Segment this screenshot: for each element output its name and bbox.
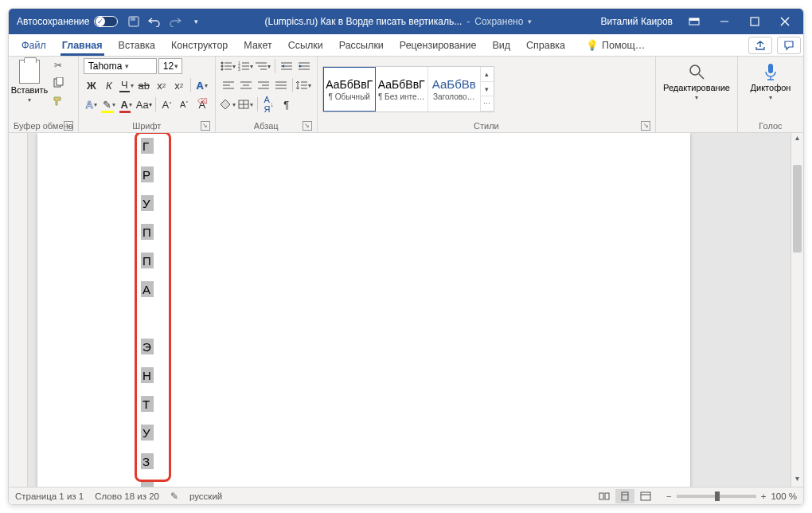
redo-icon[interactable] (169, 15, 182, 28)
justify-button[interactable] (273, 77, 289, 93)
view-read-button[interactable] (595, 489, 614, 503)
page[interactable]: ГРУППАЭНТУЗи (37, 133, 690, 487)
page-viewport[interactable]: ГРУППАЭНТУЗи (28, 133, 791, 487)
view-print-button[interactable] (615, 489, 634, 503)
tab-design[interactable]: Конструктор (163, 34, 236, 56)
status-words[interactable]: Слово 18 из 20 (95, 491, 159, 501)
dialog-launcher-icon[interactable]: ↘ (303, 121, 312, 131)
vertical-char[interactable]: Т (139, 393, 160, 421)
tab-help[interactable]: Справка (518, 34, 573, 56)
style-nospacing[interactable]: АаБбВвГ ¶ Без инте… (376, 67, 428, 112)
vertical-char[interactable]: Г (139, 135, 160, 163)
style-normal[interactable]: АаБбВвГ ¶ Обычный (323, 67, 376, 112)
qat-more-icon[interactable]: ▾ (189, 15, 202, 28)
tab-file[interactable]: Файл (14, 34, 54, 56)
comments-button[interactable] (777, 37, 801, 54)
tab-tellme[interactable]: 💡Помощ… (578, 34, 653, 56)
vertical-char[interactable]: З (139, 450, 160, 479)
scroll-up-icon[interactable]: ▴ (791, 133, 803, 146)
status-proofing-icon[interactable]: ✎ (170, 491, 178, 502)
save-icon[interactable] (127, 15, 140, 28)
tab-layout[interactable]: Макет (236, 34, 279, 56)
vertical-char[interactable]: У (139, 421, 160, 450)
vertical-char[interactable]: А (139, 278, 160, 307)
ribbon-collapse-icon[interactable] (679, 9, 709, 34)
align-right-button[interactable] (256, 77, 271, 93)
borders-button[interactable] (238, 96, 254, 112)
format-painter-button[interactable] (50, 93, 66, 108)
undo-icon[interactable] (148, 15, 161, 28)
align-center-button[interactable] (238, 77, 254, 93)
italic-button[interactable]: К (101, 77, 117, 93)
subscript-button[interactable]: x2 (154, 77, 170, 93)
copy-button[interactable] (50, 76, 66, 90)
grow-font-button[interactable]: A˄ (159, 96, 175, 112)
dictation-button[interactable]: Диктофон ▾ (743, 58, 798, 104)
vertical-char[interactable]: Э (139, 335, 160, 364)
dialog-launcher-icon[interactable]: ↘ (201, 121, 210, 131)
zoom-slider[interactable] (677, 495, 756, 498)
tab-mailings[interactable]: Рассылки (331, 34, 392, 56)
zoom-out-button[interactable]: − (666, 491, 672, 501)
ruler-vertical[interactable] (9, 133, 28, 487)
scrollbar-vertical[interactable]: ▴ ▾ (791, 133, 803, 487)
status-page[interactable]: Страница 1 из 1 (15, 491, 84, 501)
clear-formatting-button[interactable]: A⌫ (194, 96, 210, 112)
saved-chevron[interactable]: ▾ (528, 18, 532, 25)
sort-button[interactable]: AЯ↓ (261, 96, 277, 112)
tab-home[interactable]: Главная (54, 34, 111, 56)
align-left-button[interactable] (221, 77, 236, 93)
cut-button[interactable]: ✂ (50, 58, 66, 72)
highlight-button[interactable]: ✎ (101, 96, 117, 112)
autosave-toggle[interactable] (94, 16, 118, 27)
vertical-char[interactable] (139, 307, 160, 335)
font-size-combo[interactable]: 12▾ (158, 58, 182, 74)
decrease-indent-button[interactable] (279, 58, 295, 74)
font-color-outline-button[interactable]: A (84, 96, 100, 112)
font-color-button[interactable]: A (119, 96, 135, 112)
minimize-button[interactable] (709, 9, 740, 34)
numbering-button[interactable]: 123 (238, 58, 254, 74)
scroll-thumb[interactable] (793, 165, 802, 253)
close-button[interactable] (770, 9, 800, 34)
tab-insert[interactable]: Вставка (111, 34, 163, 56)
superscript-button[interactable]: x2 (171, 77, 187, 93)
style-heading1[interactable]: АаБбВв Заголово… (428, 67, 481, 112)
vertical-char[interactable]: У (139, 192, 160, 221)
zoom-in-button[interactable]: + (761, 491, 767, 501)
bullets-button[interactable] (221, 58, 236, 74)
tab-review[interactable]: Рецензирование (392, 34, 485, 56)
shading-button[interactable] (221, 96, 236, 112)
increase-indent-button[interactable] (296, 58, 312, 74)
vertical-char[interactable]: Н (139, 364, 160, 393)
vertical-char[interactable]: Р (139, 163, 160, 192)
editing-button[interactable]: Редактирование ▾ (661, 58, 732, 104)
view-web-button[interactable] (636, 489, 655, 503)
paste-button[interactable]: Вставить ▾ (14, 58, 45, 104)
zoom-knob[interactable] (715, 491, 720, 501)
show-marks-button[interactable]: ¶ (279, 96, 295, 112)
vertical-char[interactable]: и (139, 479, 160, 487)
vertical-text-selection[interactable]: ГРУППАЭНТУЗи (139, 135, 160, 487)
strike-button[interactable]: ab (136, 77, 152, 93)
tab-view[interactable]: Вид (484, 34, 518, 56)
dialog-launcher-icon[interactable]: ↘ (64, 121, 73, 131)
vertical-char[interactable]: П (139, 249, 160, 278)
share-button[interactable] (748, 37, 772, 54)
styles-gallery[interactable]: АаБбВвГ ¶ Обычный АаБбВвГ ¶ Без инте… Аа… (322, 66, 494, 112)
styles-scroll[interactable]: ▴▾⋯ (481, 67, 494, 112)
font-name-combo[interactable]: Tahoma▾ (84, 58, 157, 74)
status-lang[interactable]: русский (189, 491, 222, 501)
text-effects-button[interactable]: A (194, 77, 210, 93)
scroll-down-icon[interactable]: ▾ (791, 474, 803, 487)
vertical-char[interactable]: П (139, 221, 160, 249)
user-identity[interactable]: Виталий Каиров (600, 16, 673, 27)
autosave[interactable]: Автосохранение (17, 16, 118, 27)
underline-button[interactable]: Ч (119, 77, 135, 93)
line-spacing-button[interactable] (296, 77, 312, 93)
zoom-value[interactable]: 100 % (771, 491, 797, 501)
change-case-button[interactable]: Aa▾ (136, 96, 152, 112)
shrink-font-button[interactable]: A˅ (177, 96, 193, 112)
maximize-button[interactable] (740, 9, 770, 34)
dialog-launcher-icon[interactable]: ↘ (641, 121, 650, 131)
